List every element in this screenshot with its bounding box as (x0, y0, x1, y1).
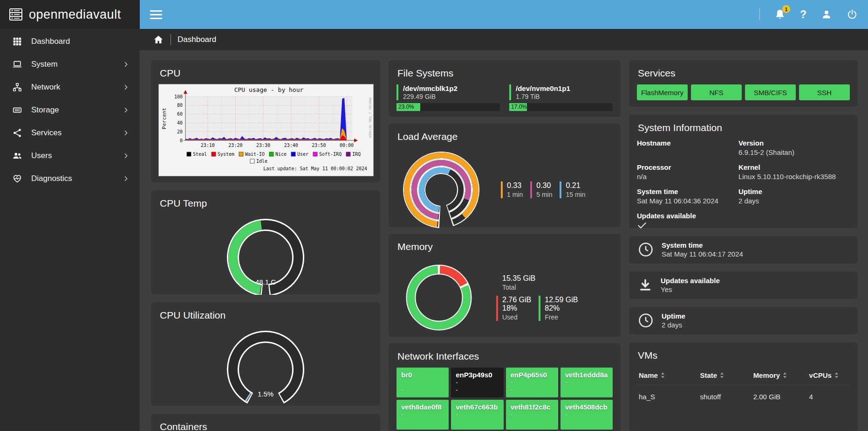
sysinfo-version: Version 6.9.15-2 (Shaitan) (738, 139, 850, 156)
user-menu-button[interactable] (820, 8, 833, 21)
person-icon (820, 8, 833, 21)
sysinfo-uptime: Uptime 2 days (738, 188, 850, 205)
svg-text:80: 80 (177, 103, 183, 108)
check-icon (637, 221, 647, 229)
vm-row-state: shutoff (698, 385, 751, 405)
notifications-button[interactable]: 1 (774, 8, 786, 21)
chevron-right-icon (122, 129, 130, 137)
memory-donut (399, 258, 478, 337)
svg-text:Idle: Idle (256, 159, 267, 164)
sidebar-item-system[interactable]: System (0, 53, 140, 76)
svg-text:100: 100 (174, 94, 183, 99)
vms-column-state[interactable]: State (698, 367, 751, 385)
sidebar-item-dashboard[interactable]: Dashboard (0, 30, 140, 53)
mini-card-title: System time (662, 241, 743, 249)
sidebar-item-label: Services (31, 128, 62, 138)
load-15min: 0.21 15 min (560, 181, 585, 198)
filesystems-card: File Systems /dev/mmcblk1p2 229.49 GiB 2… (389, 60, 621, 117)
dashboard-content: CPU CPU usage - by hourPercentRRDTOOL / … (140, 50, 868, 431)
sidebar-item-network[interactable]: Network (0, 76, 140, 98)
network-tile: veth67c663b - (451, 400, 503, 430)
svg-text:60: 60 (177, 111, 183, 117)
openmediavault-logo-icon (8, 7, 23, 22)
network-tile: veth81f2c8c - (506, 400, 558, 430)
svg-text:20: 20 (177, 129, 183, 134)
filesystem-device: /dev/nvme0n1p1 (516, 84, 613, 92)
svg-text:RRDTOOL / TOBI OETIKER: RRDTOOL / TOBI OETIKER (368, 97, 372, 138)
sidebar-item-label: Diagnostics (31, 174, 72, 183)
sort-icon (834, 372, 839, 378)
sort-icon (720, 372, 724, 378)
card-title: CPU Utilization (160, 310, 372, 321)
question-mark-icon: ? (800, 9, 806, 20)
updates-available-card: Updates available Yes (629, 271, 858, 299)
clock-icon (637, 312, 654, 329)
mini-card-value: Yes (661, 285, 720, 293)
service-button-nfs[interactable]: NFS (691, 84, 742, 100)
card-title: Containers (160, 421, 372, 431)
filesystem-device: /dev/mmcblk1p2 (403, 84, 500, 92)
vm-row-memory: 2.00 GiB (752, 385, 807, 405)
sidebar-item-users[interactable]: Users (0, 144, 140, 167)
chevron-right-icon (122, 83, 130, 91)
sidebar: Dashboard System Network Storage (0, 29, 140, 431)
cpu-temp-card: CPU Temp 48.1 C (151, 190, 380, 294)
sysinfo-processor: Processor n/a (637, 163, 734, 181)
load-5min: 0.30 5 min (530, 181, 552, 198)
clock-icon (637, 241, 654, 258)
service-button-ssh[interactable]: SSH (799, 84, 850, 100)
memory-card: Memory 15.35 GiB Total 2.76 GiB 18% Used (389, 234, 621, 337)
cpu-utilization-card: CPU Utilization 1.5% (151, 302, 380, 406)
svg-text:IRQ: IRQ (352, 152, 361, 157)
vms-column-vcpus[interactable]: vCPUs (807, 367, 850, 385)
service-button-flashmemory[interactable]: FlashMemory (637, 84, 688, 100)
cpu-card: CPU CPU usage - by hourPercentRRDTOOL / … (151, 60, 380, 182)
home-icon[interactable] (153, 34, 164, 45)
svg-text:00:00: 00:00 (340, 143, 354, 148)
network-tile: veth8dae0f8 - (396, 400, 449, 430)
sidebar-item-services[interactable]: Services (0, 121, 140, 144)
cpu-utilization-gauge: 1.5% (159, 327, 372, 407)
sidebar-item-label: Network (31, 83, 60, 92)
vms-column-name[interactable]: Name (637, 367, 698, 385)
storage-icon (12, 105, 22, 115)
card-title: VMs (638, 350, 850, 361)
uptime-card: Uptime 2 days (629, 307, 858, 334)
sysinfo-system-time: System time Sat May 11 06:04:36 2024 (637, 188, 734, 205)
sidebar-item-storage[interactable]: Storage (0, 98, 140, 121)
sort-icon (661, 372, 665, 378)
logout-button[interactable] (847, 9, 858, 20)
svg-text:0: 0 (180, 138, 183, 143)
users-icon (12, 151, 22, 161)
chevron-right-icon (122, 106, 130, 114)
service-button-smb-cifs[interactable]: SMB/CIFS (745, 84, 796, 100)
lan-icon (12, 82, 22, 92)
vms-column-memory[interactable]: Memory (752, 367, 807, 385)
chevron-right-icon (122, 175, 130, 182)
memory-used: 2.76 GiB 18% Used (496, 296, 531, 321)
network-tile: enP4p65s0 - - (506, 368, 558, 397)
menu-toggle-icon[interactable] (150, 8, 162, 21)
filesystem-usage-bar: 17.0% (509, 103, 613, 111)
svg-text:Nice: Nice (275, 152, 287, 157)
power-icon (847, 9, 858, 20)
network-interfaces-card: Network Interfaces br0 - enP3p49s0 - - e… (389, 343, 621, 431)
svg-text:23:50: 23:50 (312, 143, 326, 148)
notification-badge: 1 (782, 5, 790, 13)
memory-free: 12.59 GiB 82% Free (539, 296, 578, 321)
filesystem-size: 229.49 GiB (403, 93, 500, 100)
card-title: CPU (160, 68, 372, 79)
sidebar-item-label: Dashboard (31, 37, 70, 46)
sidebar-item-label: Users (31, 151, 52, 160)
vms-card: VMs Name State Memory vCPUs h (629, 342, 858, 431)
network-tile: veth4508dcb - (560, 400, 613, 430)
sidebar-item-diagnostics[interactable]: Diagnostics (0, 167, 140, 190)
card-title: System Information (638, 122, 850, 133)
topbar: 1 ? (140, 0, 868, 29)
chevron-right-icon (122, 61, 130, 68)
breadcrumb-current: Dashboard (178, 35, 216, 44)
filesystem-usage-fill: 17.0% (509, 103, 527, 111)
svg-text:Percent: Percent (161, 108, 167, 129)
sysinfo-hostname: Hostname (637, 139, 734, 156)
help-button[interactable]: ? (800, 9, 806, 20)
